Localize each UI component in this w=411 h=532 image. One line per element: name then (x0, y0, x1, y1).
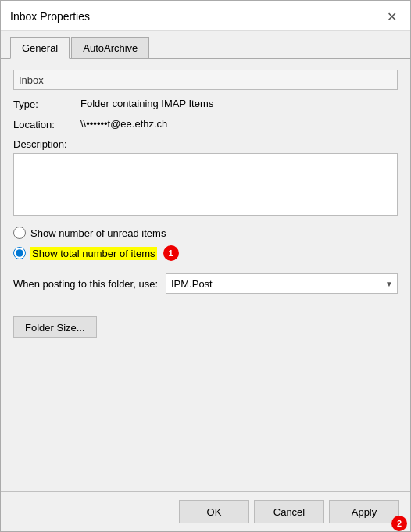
close-button[interactable]: ✕ (382, 7, 401, 26)
apply-wrapper: Apply 2 (329, 500, 399, 523)
type-label: Type: (13, 98, 76, 110)
radio-unread[interactable] (13, 227, 26, 239)
cancel-button[interactable]: Cancel (254, 500, 324, 523)
tabs-bar: General AutoArchive (1, 31, 410, 59)
spacer (13, 346, 398, 484)
dialog-title: Inbox Properties (10, 10, 90, 23)
tab-content-general: Type: Folder containing IMAP Items Locat… (1, 59, 410, 491)
location-label: Location: (13, 118, 76, 130)
folder-size-button[interactable]: Folder Size... (13, 316, 97, 338)
folder-name-input[interactable] (13, 70, 398, 90)
apply-button[interactable]: Apply (329, 500, 399, 523)
radio-unread-row[interactable]: Show number of unread items (13, 227, 398, 239)
badge-1: 1 (163, 245, 179, 261)
location-value: \\••••••t@ee.ethz.ch (80, 118, 167, 130)
inbox-properties-dialog: Inbox Properties ✕ General AutoArchive T… (0, 0, 411, 532)
button-bar: OK Cancel Apply 2 (1, 491, 410, 531)
folder-size-section: Folder Size... (13, 316, 398, 338)
type-value: Folder containing IMAP Items (80, 98, 213, 109)
radio-total[interactable] (13, 247, 26, 259)
tab-general[interactable]: General (10, 37, 70, 59)
divider-1 (13, 305, 398, 305)
description-section: Description: (13, 138, 398, 216)
tab-autoarchive[interactable]: AutoArchive (71, 37, 149, 58)
when-posting-row: When posting to this folder, use: IPM.Po… (13, 273, 398, 294)
title-bar: Inbox Properties ✕ (1, 1, 410, 31)
posting-select[interactable]: IPM.Post IPM.Note IPM.Task (166, 273, 398, 294)
location-row: Location: \\••••••t@ee.ethz.ch (13, 118, 398, 130)
radio-total-row[interactable]: Show total number of items 1 (13, 245, 398, 261)
type-row: Type: Folder containing IMAP Items (13, 98, 398, 110)
radio-total-label: Show total number of items (30, 247, 157, 260)
when-posting-label: When posting to this folder, use: (13, 278, 158, 290)
radio-unread-label: Show number of unread items (30, 227, 166, 239)
description-label: Description: (13, 138, 398, 150)
description-textarea[interactable] (13, 153, 398, 216)
radio-group: Show number of unread items Show total n… (13, 227, 398, 261)
ok-button[interactable]: OK (179, 500, 249, 523)
badge-2: 2 (391, 516, 407, 531)
posting-select-wrapper: IPM.Post IPM.Note IPM.Task (166, 273, 398, 294)
